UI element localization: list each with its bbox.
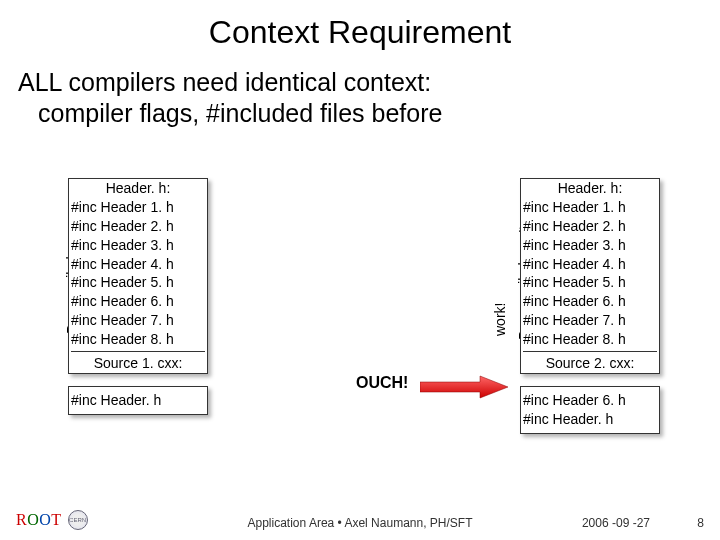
slide-title: Context Requirement xyxy=(0,0,720,51)
right-inc-line: #inc Header 8. h xyxy=(523,330,657,349)
left-column: Header. h: #inc Header 1. h #inc Header … xyxy=(68,178,208,415)
footer-left: ROOT CERN xyxy=(16,510,88,530)
right-source-line: #inc Header 6. h xyxy=(523,391,657,410)
right-inc-line: #inc Header 7. h xyxy=(523,311,657,330)
left-source-title: Source 1. cxx: xyxy=(71,351,205,373)
footer-center-text: Application Area • Axel Naumann, PH/SFT xyxy=(248,516,473,530)
left-inc-line: #inc Header 8. h xyxy=(71,330,205,349)
right-inc-line: #inc Header 2. h xyxy=(523,217,657,236)
root-t: T xyxy=(51,511,61,528)
right-source-box: #inc Header 6. h #inc Header. h xyxy=(520,386,660,434)
root-o2: O xyxy=(39,511,51,528)
left-inc-line: #inc Header 5. h xyxy=(71,273,205,292)
slide-subtitle: ALL compilers need identical context: co… xyxy=(0,51,720,130)
arrow-icon xyxy=(420,374,510,400)
ouch-callout: OUCH! xyxy=(356,374,408,392)
right-inc-line: #inc Header 4. h xyxy=(523,255,657,274)
left-header-box: Header. h: #inc Header 1. h #inc Header … xyxy=(68,178,208,374)
root-logo: ROOT xyxy=(16,511,62,529)
right-inc-line: #inc Header 6. h xyxy=(523,292,657,311)
svg-marker-0 xyxy=(420,376,508,398)
left-inc-line: #inc Header 7. h xyxy=(71,311,205,330)
right-vertical-label-2: work! xyxy=(492,303,508,336)
cern-badge-icon: CERN xyxy=(68,510,88,530)
right-header-box: Header. h: #inc Header 1. h #inc Header … xyxy=(520,178,660,374)
left-inc-line: #inc Header 6. h xyxy=(71,292,205,311)
root-r: R xyxy=(16,511,27,528)
right-source-title: Source 2. cxx: xyxy=(523,351,657,373)
left-source-line: #inc Header. h xyxy=(71,391,205,410)
left-inc-line: #inc Header 1. h xyxy=(71,198,205,217)
subtitle-line2: compiler flags, #included files before xyxy=(18,98,702,129)
right-column: Header. h: #inc Header 1. h #inc Header … xyxy=(520,178,660,434)
subtitle-line1: ALL compilers need identical context: xyxy=(18,67,702,98)
right-inc-line: #inc Header 3. h xyxy=(523,236,657,255)
footer-page-number: 8 xyxy=(697,516,704,530)
left-source-box: #inc Header. h xyxy=(68,386,208,415)
left-inc-line: #inc Header 3. h xyxy=(71,236,205,255)
right-inc-line: #inc Header 5. h xyxy=(523,273,657,292)
left-inc-line: #inc Header 4. h xyxy=(71,255,205,274)
root-o1: O xyxy=(27,511,39,528)
footer-date: 2006 -09 -27 xyxy=(582,516,650,530)
left-inc-line: #inc Header 2. h xyxy=(71,217,205,236)
right-source-line: #inc Header. h xyxy=(523,410,657,429)
right-header-title: Header. h: xyxy=(523,179,657,198)
right-inc-line: #inc Header 1. h xyxy=(523,198,657,217)
left-header-title: Header. h: xyxy=(71,179,205,198)
